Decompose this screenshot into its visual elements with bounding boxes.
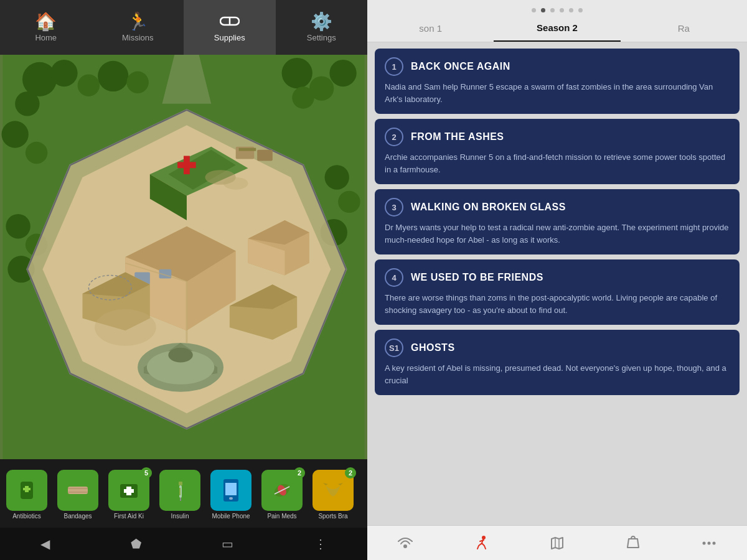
mobile-phone-label: Mobile Phone: [212, 513, 250, 520]
inv-pain-meds[interactable]: 2 Pain Meds: [258, 470, 306, 520]
tab-season2-label: Season 2: [537, 22, 578, 33]
mission-card-1[interactable]: 1 BACK ONCE AGAIN Nadia and Sam help Run…: [375, 49, 740, 114]
mission-2-title: FROM THE ASHES: [411, 131, 504, 142]
nav-supplies[interactable]: Supplies: [184, 0, 276, 55]
svg-point-13: [329, 60, 356, 86]
svg-rect-78: [229, 497, 233, 500]
mission-1-desc: Nadia and Sam help Runner 5 escape a swa…: [385, 81, 730, 105]
page-dot-3: [550, 8, 555, 12]
svg-point-88: [708, 541, 711, 544]
top-nav: 🏠 Home 🏃 Missions Supplies ⚙️ Settings: [0, 0, 367, 55]
inv-first-aid[interactable]: 5 First Aid Ki: [105, 470, 153, 520]
svg-marker-84: [552, 538, 563, 549]
mission-list[interactable]: 1 BACK ONCE AGAIN Nadia and Sam help Run…: [367, 42, 747, 525]
mission-4-desc: There are worse things than zoms in the …: [385, 292, 730, 316]
inv-antibiotics[interactable]: Antibiotics: [2, 470, 51, 520]
antibiotics-icon: [6, 470, 47, 511]
svg-rect-74: [180, 498, 181, 501]
ios-tab-radio[interactable]: [397, 535, 413, 551]
android-nav: ◀ ⬟ ▭ ⋮: [0, 528, 367, 560]
page-dots: [367, 0, 747, 15]
svg-point-87: [703, 541, 706, 544]
nav-supplies-label: Supplies: [214, 33, 245, 42]
bandages-label: Bandages: [63, 513, 92, 520]
pain-meds-label: Pain Meds: [267, 513, 296, 520]
svg-point-15: [6, 214, 30, 238]
more-icon: [701, 535, 717, 551]
inv-insulin[interactable]: Insulin: [156, 470, 204, 520]
home-icon: 🏠: [35, 13, 57, 30]
mission-s1-desc: A key resident of Abel is missing, presu…: [385, 362, 730, 386]
mission-2-number: 2: [385, 128, 403, 146]
map-area[interactable]: [0, 55, 367, 459]
left-panel: 🏠 Home 🏃 Missions Supplies ⚙️ Settings: [0, 0, 367, 560]
sports-bra-label: Sports Bra: [318, 513, 347, 520]
svg-point-89: [713, 541, 716, 544]
mission-card-4[interactable]: 4 WE USED TO BE FRIENDS There are worse …: [375, 259, 740, 325]
mission-3-desc: Dr Myers wants your help to test a radic…: [385, 222, 730, 246]
ios-tab-run[interactable]: [473, 535, 489, 551]
svg-point-82: [403, 544, 407, 548]
ios-tab-bar: [367, 525, 747, 560]
mission-card-2[interactable]: 2 FROM THE ASHES Archie accompanies Runn…: [375, 119, 740, 184]
svg-point-9: [2, 121, 29, 147]
svg-point-7: [98, 61, 128, 91]
mission-s1-number: S1: [385, 338, 403, 357]
svg-point-4: [50, 60, 77, 86]
page-dot-2: [541, 8, 545, 12]
svg-rect-56: [239, 148, 256, 151]
tab-ra[interactable]: Ra: [621, 15, 747, 42]
menu-button[interactable]: ⋮: [314, 536, 327, 551]
mission-4-header: 4 WE USED TO BE FRIENDS: [385, 268, 730, 287]
mission-1-title: BACK ONCE AGAIN: [411, 61, 510, 72]
svg-point-19: [338, 191, 360, 213]
svg-rect-71: [124, 489, 134, 493]
mission-3-number: 3: [385, 198, 403, 217]
tab-season1[interactable]: son 1: [367, 15, 494, 42]
inv-sports-bra[interactable]: 2 Sports Bra: [309, 470, 357, 520]
ios-tab-map[interactable]: [549, 535, 565, 551]
antibiotics-label: Antibiotics: [12, 513, 41, 520]
back-button[interactable]: ◀: [40, 536, 50, 551]
nav-home[interactable]: 🏠 Home: [0, 0, 92, 55]
svg-point-6: [78, 75, 100, 96]
home-button[interactable]: ⬟: [131, 536, 141, 551]
page-dot-6: [578, 8, 583, 12]
inventory-bar: Antibiotics Bandages: [0, 459, 367, 528]
shop-icon: [625, 535, 641, 551]
inv-bandages[interactable]: Bandages: [54, 470, 102, 520]
svg-point-8: [126, 72, 148, 93]
svg-point-83: [482, 536, 486, 539]
mobile-phone-icon: [210, 470, 251, 511]
supplies-icon: [220, 13, 240, 30]
svg-rect-66: [68, 487, 88, 494]
mission-4-number: 4: [385, 268, 403, 287]
nav-home-label: Home: [35, 33, 57, 42]
svg-point-10: [26, 142, 47, 164]
tab-season2[interactable]: Season 2: [494, 15, 620, 42]
svg-rect-37: [177, 162, 196, 168]
page-dot-5: [569, 8, 573, 12]
page-dot-4: [560, 8, 564, 12]
mission-card-s1[interactable]: S1 GHOSTS A key resident of Abel is miss…: [375, 330, 740, 395]
insulin-icon: [159, 470, 200, 511]
sports-bra-badge: 2: [345, 467, 356, 478]
nav-settings[interactable]: ⚙️ Settings: [276, 0, 368, 55]
tab-ra-label: Ra: [678, 23, 690, 34]
nav-missions-label: Missions: [122, 33, 154, 42]
mission-card-3[interactable]: 3 WALKING ON BROKEN GLASS Dr Myers wants…: [375, 189, 740, 254]
svg-point-14: [292, 86, 314, 108]
recents-button[interactable]: ▭: [222, 536, 233, 551]
first-aid-badge: 5: [141, 467, 152, 478]
svg-rect-65: [25, 486, 29, 492]
inv-mobile-phone[interactable]: Mobile Phone: [207, 470, 255, 520]
mission-2-desc: Archie accompanies Runner 5 on a find-an…: [385, 151, 730, 175]
bandages-icon: [57, 470, 98, 511]
svg-rect-72: [179, 482, 182, 485]
ios-tab-more[interactable]: [701, 535, 717, 551]
ios-tab-shop[interactable]: [625, 535, 641, 551]
page-dot-1: [532, 8, 536, 12]
nav-missions[interactable]: 🏃 Missions: [92, 0, 184, 55]
svg-rect-67: [68, 488, 88, 489]
svg-point-5: [15, 91, 39, 116]
